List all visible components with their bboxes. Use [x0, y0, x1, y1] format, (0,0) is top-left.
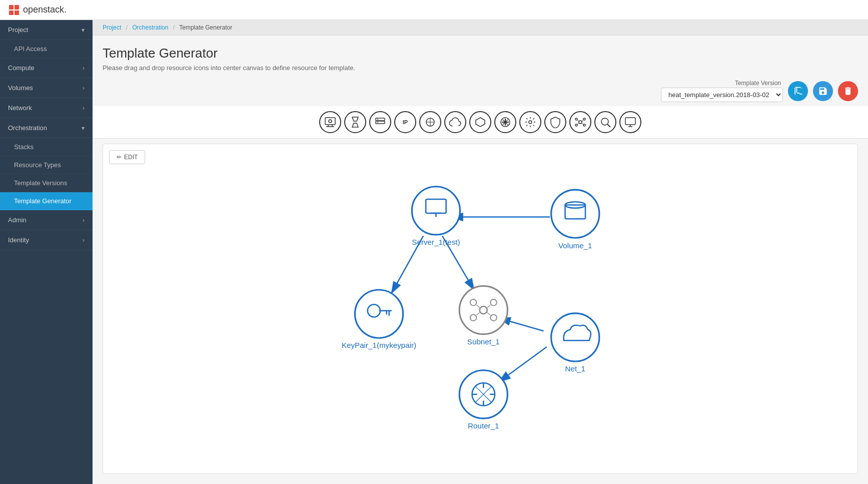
- strip-server-icon[interactable]: [319, 111, 341, 133]
- svg-rect-4: [325, 118, 335, 125]
- sidebar-item-api-access[interactable]: API Access: [0, 40, 93, 58]
- svg-rect-31: [625, 118, 635, 125]
- svg-point-20: [579, 121, 582, 124]
- chevron-right-icon: ›: [83, 217, 85, 224]
- chevron-down-icon: ▾: [82, 27, 85, 34]
- chevron-down-icon: ▾: [82, 125, 85, 132]
- copy-icon: [793, 86, 803, 96]
- svg-line-30: [608, 125, 611, 128]
- page-subtitle: Please drag and drop resource icons into…: [103, 64, 858, 72]
- node-net1[interactable]: Net_1: [551, 313, 599, 373]
- strip-server2-icon[interactable]: [369, 111, 391, 133]
- svg-rect-6: [376, 118, 385, 121]
- svg-text:Subnet_1: Subnet_1: [467, 337, 500, 346]
- layout: Project ▾ API Access Compute › Volumes ›…: [0, 20, 868, 484]
- svg-line-28: [582, 123, 583, 125]
- sidebar-label-volumes: Volumes: [8, 84, 33, 92]
- canvas-area: ✏ EDIT: [103, 144, 858, 474]
- sidebar-label-identity: Identity: [8, 236, 29, 244]
- topbar: openstack.: [0, 0, 868, 20]
- sidebar-label-project: Project: [8, 26, 28, 34]
- copy-template-button[interactable]: [788, 81, 808, 101]
- svg-point-41: [551, 190, 599, 238]
- sidebar-item-orchestration[interactable]: Orchestration ▾: [0, 118, 93, 138]
- sidebar-item-identity[interactable]: Identity ›: [0, 230, 93, 250]
- svg-text:KeyPair_1(mykeypair): KeyPair_1(mykeypair): [342, 341, 416, 349]
- strip-search-icon[interactable]: [594, 111, 616, 133]
- breadcrumb-project[interactable]: Project: [103, 24, 121, 31]
- node-server1[interactable]: Server_1(test): [412, 187, 460, 246]
- chevron-right-icon: ›: [83, 105, 85, 112]
- node-volume1[interactable]: Volume_1: [551, 190, 599, 249]
- svg-point-19: [529, 121, 532, 124]
- svg-line-27: [577, 123, 579, 125]
- page-title: Template Generator: [103, 46, 858, 61]
- template-version-select[interactable]: heat_template_version.2018-03-02 heat_te…: [661, 88, 783, 102]
- strip-switch-icon[interactable]: [469, 111, 491, 133]
- svg-rect-1: [15, 5, 19, 10]
- strip-stack-icon[interactable]: [344, 111, 366, 133]
- page-header: Template Generator Please drag and drop …: [93, 36, 868, 76]
- strip-gear-icon[interactable]: [519, 111, 541, 133]
- breadcrumb-current: Template Generator: [179, 24, 232, 31]
- svg-line-26: [582, 120, 583, 122]
- strip-shield-icon[interactable]: [544, 111, 566, 133]
- openstack-logo-icon: [8, 4, 20, 16]
- svg-point-29: [601, 118, 608, 125]
- strip-cloud-icon[interactable]: [444, 111, 466, 133]
- svg-point-9: [377, 122, 378, 123]
- chevron-right-icon: ›: [83, 85, 85, 92]
- svg-point-23: [575, 124, 577, 126]
- save-template-button[interactable]: [813, 81, 833, 101]
- sidebar-item-network[interactable]: Network ›: [0, 98, 93, 118]
- svg-point-8: [377, 119, 378, 120]
- sidebar-item-template-versions[interactable]: Template Versions: [0, 174, 93, 192]
- strip-expand-icon[interactable]: [494, 111, 516, 133]
- breadcrumb-orchestration[interactable]: Orchestration: [132, 24, 168, 31]
- strip-ip-icon[interactable]: IP: [394, 111, 416, 133]
- sidebar-label-admin: Admin: [8, 216, 27, 224]
- svg-text:Net_1: Net_1: [565, 364, 586, 373]
- svg-point-22: [583, 118, 585, 120]
- sidebar-item-project[interactable]: Project ▾: [0, 20, 93, 40]
- icon-strip: IP: [93, 106, 868, 139]
- node-subnet1[interactable]: Subnet_1: [459, 286, 507, 345]
- sidebar-label-orchestration: Orchestration: [8, 124, 47, 132]
- svg-point-5: [329, 120, 332, 123]
- svg-text:Server_1(test): Server_1(test): [412, 238, 460, 246]
- sidebar-item-resource-types[interactable]: Resource Types: [0, 156, 93, 174]
- svg-point-62: [551, 313, 599, 361]
- save-icon: [818, 86, 828, 96]
- breadcrumb-sep-2: /: [173, 24, 175, 31]
- sidebar-item-template-generator[interactable]: Template Generator: [0, 192, 93, 210]
- sidebar-label-network: Network: [8, 104, 32, 112]
- svg-rect-2: [9, 11, 14, 15]
- svg-text:Router_1: Router_1: [468, 421, 499, 430]
- sidebar-item-admin[interactable]: Admin ›: [0, 210, 93, 230]
- svg-rect-3: [15, 11, 19, 15]
- breadcrumb: Project / Orchestration / Template Gener…: [93, 20, 868, 36]
- template-version-label: Template Version: [735, 80, 781, 87]
- node-router1[interactable]: Router_1: [459, 370, 507, 430]
- strip-monitor-icon[interactable]: [619, 111, 641, 133]
- breadcrumb-sep-1: /: [126, 24, 128, 31]
- toolbar: Template Version heat_template_version.2…: [93, 76, 868, 106]
- svg-point-24: [583, 124, 585, 126]
- connection-net-router: [499, 347, 547, 382]
- delete-icon: [843, 86, 853, 96]
- svg-rect-0: [9, 5, 14, 10]
- strip-network-icon[interactable]: [569, 111, 591, 133]
- sidebar-item-volumes[interactable]: Volumes ›: [0, 78, 93, 98]
- sidebar-item-stacks[interactable]: Stacks: [0, 138, 93, 156]
- sidebar-item-compute[interactable]: Compute ›: [0, 58, 93, 78]
- chevron-right-icon: ›: [83, 65, 85, 72]
- delete-template-button[interactable]: [838, 81, 858, 101]
- node-keypair1[interactable]: KeyPair_1(mykeypair): [342, 290, 416, 349]
- svg-point-21: [575, 118, 577, 120]
- main-content: Project / Orchestration / Template Gener…: [93, 20, 868, 484]
- svg-marker-13: [476, 118, 485, 127]
- chevron-right-icon: ›: [83, 237, 85, 244]
- strip-router-icon[interactable]: [419, 111, 441, 133]
- logo-text: openstack.: [23, 5, 67, 15]
- sidebar: Project ▾ API Access Compute › Volumes ›…: [0, 20, 93, 484]
